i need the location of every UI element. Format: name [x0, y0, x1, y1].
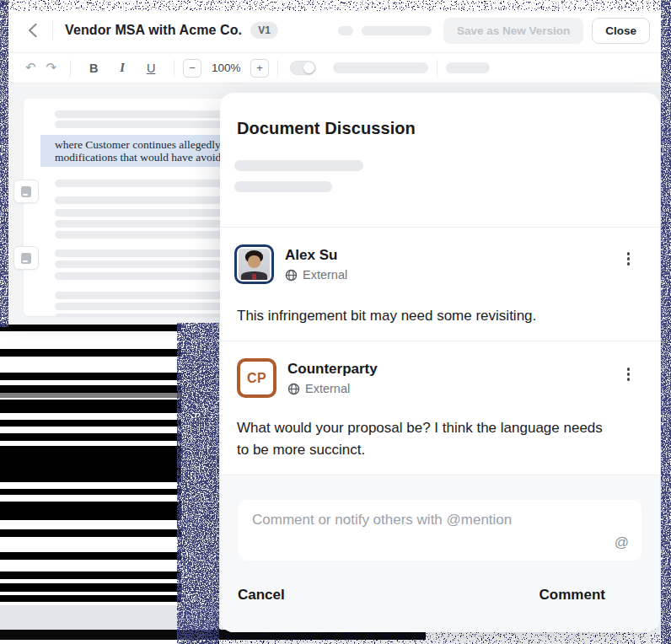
screenshot-stage: Vendor MSA with Acme Co. V1 Save as New …	[0, 0, 671, 644]
glitch-stripes	[0, 325, 181, 605]
topbar-right-group: Save as New Version Close	[338, 18, 650, 44]
comment-item: Alex Su External This infringement bit m…	[220, 228, 660, 341]
comment-marker-button[interactable]	[13, 180, 39, 203]
topbar-divider	[52, 20, 53, 40]
discussion-title: Document Discussion	[237, 119, 416, 138]
avatar-photo-illustration	[239, 249, 270, 280]
globe-icon	[285, 269, 298, 282]
placeholder-bar	[446, 62, 490, 73]
noise-strip-top	[0, 0, 671, 11]
comment-item: CP Counterparty External What w	[220, 341, 660, 475]
comment-marker-button[interactable]	[13, 246, 39, 270]
external-badge: External	[287, 382, 378, 395]
toolbar-divider	[277, 60, 278, 77]
comment-submit-button[interactable]: Comment	[539, 587, 605, 604]
mention-icon[interactable]: @	[615, 534, 629, 551]
avatar-face	[248, 255, 260, 268]
placeholder-bar	[234, 181, 332, 192]
document-discussion-panel: Document Discussion Alex Su	[220, 93, 660, 632]
comment-input[interactable]	[239, 500, 641, 561]
toolbar-divider	[437, 60, 437, 77]
external-badge: External	[285, 268, 347, 282]
avatar-tie	[252, 274, 256, 280]
comment-menu-button[interactable]	[624, 249, 634, 269]
comment-composer: @ Cancel Comment	[220, 475, 660, 632]
avatar	[234, 244, 274, 284]
external-label: External	[303, 268, 347, 282]
avatar: CP	[237, 358, 276, 398]
editor-toolbar: ↶ ↷ B I U − 100% +	[7, 52, 660, 83]
placeholder-bar	[234, 160, 363, 171]
redo-icon: ↷	[46, 60, 57, 75]
comment-marker-icon	[21, 253, 31, 264]
view-toggle[interactable]	[290, 61, 316, 75]
editor-topbar: Vendor MSA with Acme Co. V1 Save as New …	[7, 8, 660, 52]
comment-marker-icon	[21, 186, 31, 197]
redo-button[interactable]: ↷	[41, 60, 62, 76]
cancel-button[interactable]: Cancel	[238, 587, 285, 604]
comment-text: This infringement bit may need some revi…	[237, 305, 536, 327]
noise-strip-left	[0, 0, 8, 327]
toggle-knob	[303, 62, 314, 73]
save-as-new-version-button[interactable]: Save as New Version	[443, 18, 583, 44]
author-meta: Alex Su External	[285, 244, 347, 284]
comment-text: What would your proposal be? I think the…	[237, 417, 616, 461]
external-label: External	[305, 382, 350, 395]
comment-author-row: Alex Su External	[234, 244, 347, 284]
document-title: Vendor MSA with Acme Co.	[65, 23, 242, 38]
discussion-header: Document Discussion	[220, 93, 660, 228]
author-meta: Counterparty External	[287, 358, 378, 398]
zoom-out-button[interactable]: −	[183, 59, 201, 78]
composer-actions: Cancel Comment	[220, 587, 660, 604]
noise-column-transition	[177, 323, 219, 644]
version-badge: V1	[250, 22, 278, 39]
placeholder-bar	[333, 62, 428, 73]
comment-author-row: CP Counterparty External	[237, 358, 378, 398]
placeholder-pill-large	[362, 26, 432, 35]
toolbar-divider	[174, 60, 174, 77]
close-button[interactable]: Close	[592, 18, 650, 44]
italic-button[interactable]: I	[111, 58, 133, 78]
globe-icon	[287, 383, 300, 395]
back-button[interactable]	[20, 19, 44, 42]
author-name: Counterparty	[287, 361, 378, 378]
placeholder-pill-small	[338, 26, 353, 35]
noise-strip-right	[661, 0, 671, 644]
underline-button[interactable]: U	[140, 58, 162, 78]
zoom-level-value: 100%	[210, 62, 242, 74]
comment-menu-button[interactable]	[624, 364, 634, 384]
bold-button[interactable]: B	[83, 58, 105, 78]
undo-icon: ↶	[25, 60, 36, 75]
author-name: Alex Su	[285, 247, 347, 264]
chevron-left-icon	[27, 23, 38, 38]
comment-input-wrapper: @	[239, 500, 641, 561]
undo-button[interactable]: ↶	[20, 60, 41, 76]
toolbar-divider	[70, 60, 71, 77]
zoom-in-button[interactable]: +	[250, 59, 269, 78]
